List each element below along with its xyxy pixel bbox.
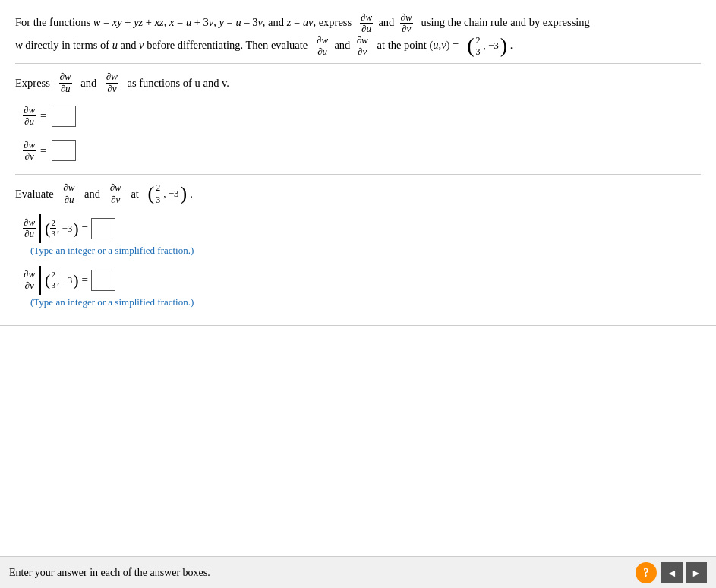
eval-dv-block: ∂w ∂v ( 2 3 , −3 ) = (Type an integer or…: [23, 266, 701, 308]
dw-dv-eval-label: ∂w ∂v: [109, 182, 122, 205]
next-button[interactable]: ►: [686, 562, 707, 583]
eval-point-display: ( 2 3 , −3 ): [147, 182, 187, 205]
and-2: and: [334, 39, 350, 51]
and-4: and: [84, 188, 100, 201]
dw-du-input[interactable]: [52, 106, 76, 127]
equals-3: =: [82, 222, 88, 235]
express-suffix: as functions of u and v.: [128, 77, 229, 90]
evaluate-label: Evaluate ∂w ∂u and ∂w ∂v at ( 2 3 , −3: [15, 182, 701, 205]
problem-statement: For the functions w = xy + yz + xz, x = …: [15, 12, 701, 57]
equals-1: =: [40, 109, 46, 122]
eval-dv-row: ∂w ∂v ( 2 3 , −3 ) =: [23, 266, 701, 295]
eval-du-input[interactable]: [91, 218, 115, 239]
right-controls: ? ◄ ►: [636, 562, 707, 583]
dw-dv-express: ∂w ∂v: [106, 71, 118, 94]
divider-1: [15, 63, 701, 64]
period-1: .: [510, 39, 513, 51]
problem-text-1: For the functions w = xy + yz + xz, x = …: [15, 16, 352, 28]
dw-du-eval-label: ∂w ∂u: [62, 182, 75, 205]
prev-button[interactable]: ◄: [661, 562, 683, 583]
and-3: and: [80, 77, 96, 90]
equals-2: =: [40, 144, 46, 157]
at-text: at: [131, 188, 138, 201]
eval-du-block: ∂w ∂u ( 2 3 , −3 ) = (Type an integer or…: [23, 214, 701, 257]
evaluate-section: Evaluate ∂w ∂u and ∂w ∂v at ( 2 3 , −3: [15, 182, 701, 308]
nav-buttons: ◄ ►: [661, 562, 707, 583]
eval-du-row: ∂w ∂u ( 2 3 , −3 ) =: [23, 214, 701, 243]
eval-du-point: ( 2 3 , −3 ): [45, 218, 79, 239]
dw-du-answer-row: ∂w ∂u =: [23, 105, 701, 128]
eval-dv-point: ( 2 3 , −3 ): [45, 270, 79, 290]
type-hint-2: (Type an integer or a simplified fractio…: [30, 296, 701, 308]
help-button[interactable]: ?: [636, 562, 657, 583]
eval-dv-bar: [39, 266, 41, 295]
dw-dv-header: ∂w ∂v: [400, 12, 413, 35]
equals-4: =: [82, 273, 88, 286]
dw-dv-answer-row: ∂w ∂v =: [23, 140, 701, 163]
divider-2: [15, 174, 701, 175]
bottom-instruction: Enter your answer in each of the answer …: [9, 567, 210, 579]
eval-dv-lhs: ∂w ∂v: [23, 269, 36, 292]
dw-du-lhs: ∂w ∂u: [23, 105, 36, 128]
dw-dv-eval-header: ∂w ∂v: [356, 35, 369, 58]
dw-du-express: ∂w ∂u: [59, 71, 72, 94]
type-hint-1: (Type an integer or a simplified fractio…: [30, 245, 701, 257]
express-section: Express ∂w ∂u and ∂w ∂v as functions of …: [15, 71, 701, 162]
eval-du-bar: [39, 214, 41, 243]
dw-dv-lhs: ∂w ∂v: [23, 140, 36, 163]
eval-du-lhs: ∂w ∂u: [23, 217, 36, 240]
evaluate-text: Evaluate: [15, 188, 54, 201]
dw-dv-input[interactable]: [52, 140, 76, 161]
problem-text-2: using the chain rule and by expressing: [421, 16, 590, 28]
main-content: For the functions w = xy + yz + xz, x = …: [0, 0, 716, 326]
and-1: and: [378, 16, 394, 28]
eval-dv-input[interactable]: [91, 270, 115, 291]
dw-du-header: ∂w ∂u: [360, 12, 373, 35]
bottom-bar: Enter your answer in each of the answer …: [0, 556, 716, 588]
problem-text-3: w directly in terms of u and v before di…: [15, 39, 308, 51]
dw-du-eval-header: ∂w ∂u: [316, 35, 329, 58]
express-label: Express ∂w ∂u and ∂w ∂v as functions of …: [15, 71, 701, 94]
express-text: Express: [15, 77, 50, 90]
period-2: .: [190, 188, 193, 201]
problem-text-4: at the point (u,v) =: [377, 39, 459, 51]
point-display: ( 2 3 , −3 ): [467, 35, 507, 58]
